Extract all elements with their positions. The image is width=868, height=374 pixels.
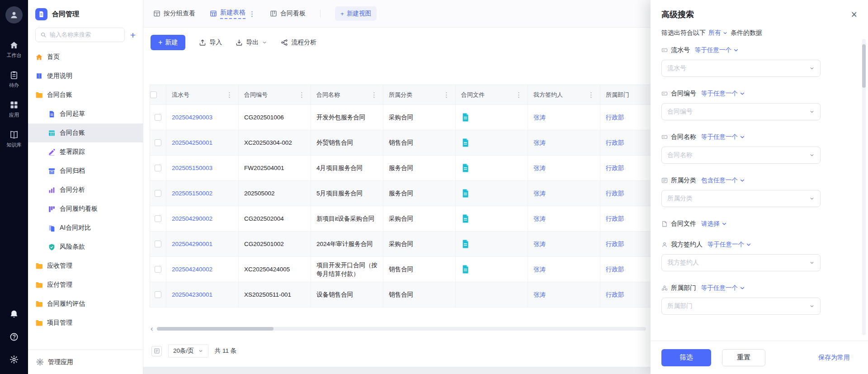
rail-item-workbench[interactable]: 工作台 <box>7 41 22 59</box>
sidebar-item-10[interactable]: 风险条款 <box>28 237 143 256</box>
cell-text-signer[interactable]: 张涛 <box>533 240 546 248</box>
contract-file-icon[interactable] <box>461 113 470 122</box>
filter-input[interactable]: 我方签约人 <box>661 254 821 271</box>
export-button[interactable]: 导出 <box>236 38 267 47</box>
filter-input[interactable]: 合同名称 <box>661 147 821 164</box>
cell-text-serial[interactable]: 202505150003 <box>172 164 212 172</box>
filter-operator-select[interactable]: 包含任意一个 <box>701 176 745 185</box>
row-checkbox[interactable] <box>155 190 161 197</box>
sidebar-item-8[interactable]: 合同履约看板 <box>28 199 143 218</box>
cell-text-signer[interactable]: 张涛 <box>533 265 546 274</box>
save-favorite-link[interactable]: 保存为常用 <box>818 354 850 362</box>
cell-text-signer[interactable]: 张涛 <box>533 113 546 122</box>
add-button[interactable]: + <box>130 30 136 40</box>
column-menu-icon[interactable]: ⋮ <box>371 91 377 98</box>
search-input[interactable]: 输入名称来搜索 <box>35 28 125 42</box>
table-row[interactable]: 202504290002CG202502004新项目it设备采购合同采购合同张涛… <box>150 206 672 232</box>
filter-operator-select[interactable]: 等于任意一个 <box>695 46 739 54</box>
page-size-select[interactable]: 20条/页 <box>168 344 208 358</box>
sidebar-item-13[interactable]: 合同履约评估 <box>28 294 143 313</box>
cell-text-signer[interactable]: 张涛 <box>533 164 546 172</box>
sidebar-item-14[interactable]: 项目管理 <box>28 313 143 332</box>
table-row[interactable]: 202504230001XS20250511-001设备销售合同销售合同张涛行政… <box>150 282 672 308</box>
contract-file-icon[interactable] <box>461 189 470 198</box>
cell-text-serial[interactable]: 202504290002 <box>172 214 212 223</box>
filter-input[interactable]: 流水号 <box>661 60 821 77</box>
cell-text-serial[interactable]: 202504290003 <box>172 113 212 122</box>
column-header[interactable]: 合同名称⋮ <box>311 85 383 105</box>
contract-file-icon[interactable] <box>461 214 470 223</box>
cell-text-department[interactable]: 行政部 <box>606 138 624 147</box>
contract-file-icon[interactable] <box>461 138 470 147</box>
condition-mode-select[interactable]: 所有 <box>708 29 728 37</box>
rail-item-library[interactable]: 知识库 <box>7 130 22 148</box>
column-menu-icon[interactable]: ⋮ <box>298 91 305 98</box>
filter-input[interactable]: 合同编号 <box>661 103 821 120</box>
sidebar-item-9[interactable]: AI合同对比 <box>28 218 143 237</box>
cell-text-department[interactable]: 行政部 <box>606 214 624 223</box>
column-header[interactable]: 合同文件⋮ <box>456 85 528 105</box>
column-header[interactable]: 流水号⋮ <box>166 85 239 105</box>
scroll-left-icon[interactable]: ‹ <box>151 325 153 332</box>
sidebar-item-1[interactable]: 使用说明 <box>28 66 143 85</box>
row-checkbox[interactable] <box>155 114 161 121</box>
reset-button[interactable]: 重置 <box>722 349 765 366</box>
view-tab-1[interactable]: 新建表格⋮ <box>210 9 255 19</box>
filter-input[interactable]: 所属部门 <box>661 298 821 315</box>
view-tab-0[interactable]: 按分组查看 <box>153 9 195 18</box>
rail-item-apps[interactable]: 应用 <box>9 100 19 118</box>
table-row[interactable]: 2025051500022025050025月项目服务合同服务合同张涛行政部 <box>150 181 672 206</box>
flow-analysis-button[interactable]: 流程分析 <box>281 38 316 47</box>
view-tab-2[interactable]: 合同看板 <box>270 9 306 18</box>
table-row[interactable]: 202505150003FW2025040014月项目服务合同服务合同张涛行政部 <box>150 156 672 181</box>
cell-text-department[interactable]: 行政部 <box>606 265 624 274</box>
column-menu-icon[interactable]: ⋮ <box>588 91 594 98</box>
row-checkbox[interactable] <box>155 165 161 171</box>
rail-item-todo[interactable]: 待办 <box>9 71 19 89</box>
row-checkbox[interactable] <box>155 139 161 146</box>
row-checkbox[interactable] <box>155 215 161 222</box>
cell-text-signer[interactable]: 张涛 <box>533 138 546 147</box>
contract-file-icon[interactable] <box>461 265 470 274</box>
contract-file-icon[interactable] <box>461 239 470 249</box>
cell-text-department[interactable]: 行政部 <box>606 290 624 299</box>
new-view-button[interactable]: +新建视图 <box>335 6 377 21</box>
column-header[interactable]: 所属分类⋮ <box>383 85 456 105</box>
row-checkbox[interactable] <box>155 291 161 298</box>
cell-text-signer[interactable]: 张涛 <box>533 189 546 198</box>
cell-text-serial[interactable]: 202504290001 <box>172 240 212 248</box>
filter-operator-select[interactable]: 等于任意一个 <box>701 90 745 98</box>
row-checkbox[interactable] <box>155 266 161 273</box>
page-jump-icon[interactable] <box>151 346 162 356</box>
sidebar-item-7[interactable]: 合同分析 <box>28 180 143 199</box>
table-row[interactable]: 202504240002XC20250424005项目开发开口合同（按每月结算付… <box>150 257 672 282</box>
horizontal-scrollbar-track[interactable] <box>157 327 646 331</box>
column-menu-icon[interactable]: ⋮ <box>515 91 522 98</box>
tab-more-icon[interactable]: ⋮ <box>249 10 255 17</box>
sidebar-item-6[interactable]: 合同归档 <box>28 161 143 180</box>
select-all-checkbox[interactable] <box>150 91 157 98</box>
horizontal-scrollbar-thumb[interactable] <box>157 327 274 331</box>
table-row[interactable]: 202504290001CG2025010022024年审计服务合同采购合同张涛… <box>150 232 672 257</box>
filter-operator-select[interactable]: 等于任意一个 <box>701 133 745 141</box>
cell-text-department[interactable]: 行政部 <box>606 113 624 122</box>
column-menu-icon[interactable]: ⋮ <box>443 91 450 98</box>
filter-button[interactable]: 筛选 <box>661 349 711 366</box>
cell-text-serial[interactable]: 202504230001 <box>172 290 212 299</box>
gear-button[interactable] <box>9 355 19 366</box>
sidebar-item-4[interactable]: 合同台账 <box>28 123 143 142</box>
help-button[interactable] <box>9 332 19 343</box>
user-avatar[interactable] <box>5 6 23 24</box>
column-header[interactable]: 合同编号⋮ <box>239 85 311 105</box>
sidebar-item-12[interactable]: 应付管理 <box>28 275 143 294</box>
import-button[interactable]: 导入 <box>199 38 222 47</box>
sidebar-item-5[interactable]: 签署跟踪 <box>28 142 143 161</box>
table-row[interactable]: 202504290003CG202501006开发外包服务合同采购合同张涛行政部 <box>150 105 672 130</box>
contract-file-icon[interactable] <box>461 163 470 173</box>
cell-text-serial[interactable]: 202505150002 <box>172 189 212 198</box>
sidebar-item-3[interactable]: 合同起草 <box>28 104 143 123</box>
column-menu-icon[interactable]: ⋮ <box>226 91 233 98</box>
sidebar-item-2[interactable]: 合同台账 <box>28 85 143 104</box>
panel-scrollbar-track[interactable] <box>862 39 866 335</box>
filter-input[interactable]: 所属分类 <box>661 190 821 207</box>
